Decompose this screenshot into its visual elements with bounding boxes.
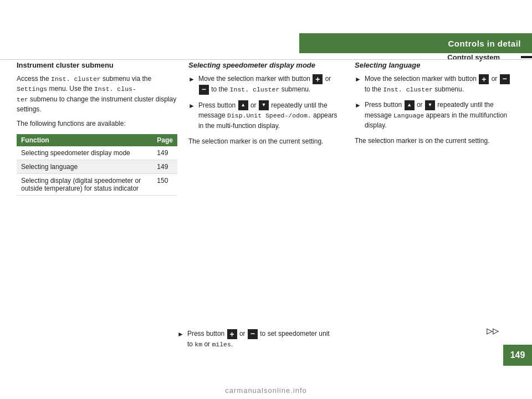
down-btn-icon — [259, 100, 269, 110]
left-heading: Instrument cluster submenu — [17, 61, 177, 69]
mid-bullet-1-text: Move the selection marker with button + … — [198, 74, 344, 95]
mono-language: Language — [393, 112, 424, 119]
bottom-plus-btn: + — [227, 329, 237, 339]
right-up-btn — [405, 100, 415, 110]
main-content: Instrument cluster submenu Access the In… — [17, 61, 515, 355]
mid-selection-text: The selection marker is on the current s… — [188, 136, 344, 146]
page-number: 149 — [510, 350, 525, 360]
table-header-page: Page — [152, 134, 177, 146]
right-minus-btn: − — [500, 74, 510, 84]
mono-settings: Settings — [17, 85, 47, 93]
right-bullet-1: ► Move the selection marker with button … — [355, 74, 515, 94]
left-available: The following functions are available: — [17, 119, 177, 129]
watermark: carmanualsonline.info — [225, 386, 306, 395]
table-cell-page-3: 150 — [152, 173, 177, 195]
mid-bullet-2: ► Press button or repeatedly until the m… — [188, 100, 344, 131]
page-badge: 149 — [503, 345, 532, 366]
mid-bullet-2-text: Press button or repeatedly until the mes… — [198, 100, 344, 131]
right-bullet-2-text: Press button or repeatedly until the mes… — [365, 100, 515, 130]
table-row: Selecting language 149 — [17, 160, 177, 173]
table-row: Selecting speedometer display mode 149 — [17, 146, 177, 160]
table-cell-function-1: Selecting speedometer display mode — [17, 146, 152, 160]
right-bullet-2: ► Press button or repeatedly until the m… — [355, 100, 515, 130]
mono-inst-cluster-right: Inst. cluster — [383, 86, 433, 93]
bottom-bullet-text: Press button + or − to set speedometer u… — [187, 329, 332, 349]
table-cell-function-2: Selecting language — [17, 160, 152, 173]
table-header-function: Function — [17, 134, 152, 146]
bottom-bullet-arrow: ► — [177, 329, 184, 339]
mono-miles: miles — [212, 341, 231, 348]
bottom-bullet: ► Press button + or − to set speedometer… — [177, 329, 332, 349]
functions-table: Function Page Selecting speedometer disp… — [17, 134, 177, 196]
left-column: Instrument cluster submenu Access the In… — [17, 61, 177, 355]
middle-column: Selecting speedometer display mode ► Mov… — [188, 61, 344, 355]
mono-inst-cluster: Inst. cluster — [51, 75, 101, 83]
mono-km: km — [195, 341, 202, 348]
right-column: Selecting language ► Move the selection … — [355, 61, 515, 355]
bullet-arrow-2: ► — [188, 101, 195, 111]
header-title: Controls in detail — [448, 39, 521, 48]
plus-btn-icon: + — [313, 74, 323, 84]
table-cell-page-1: 149 — [152, 146, 177, 160]
right-bullet-arrow-2: ► — [355, 100, 361, 110]
bottom-content-mid: ► Press button + or − to set speedometer… — [177, 329, 332, 355]
right-plus-btn: + — [479, 74, 489, 84]
subheader-line — [0, 59, 532, 60]
bullet-arrow-1: ► — [188, 74, 195, 84]
mono-inst-cluster-mid: Inst. cluster — [230, 86, 280, 93]
right-heading: Selecting language — [355, 61, 515, 69]
subheader-subtitle: Control system — [447, 53, 516, 62]
right-down-btn — [425, 100, 435, 110]
black-tab — [521, 56, 532, 58]
up-btn-icon — [238, 100, 248, 110]
header-bar: Controls in detail — [299, 33, 532, 53]
table-row: Selecting display (digital speedometer o… — [17, 173, 177, 195]
left-intro: Access the Inst. cluster submenu via the… — [17, 74, 177, 114]
right-bullet-1-text: Move the selection marker with button + … — [365, 74, 515, 94]
right-bullet-arrow-1: ► — [355, 74, 361, 84]
bottom-minus-btn: − — [248, 329, 258, 339]
right-selection-text: The selection marker is on the current s… — [355, 136, 515, 146]
table-cell-function-3: Selecting display (digital speedometer o… — [17, 173, 152, 195]
minus-btn-icon: − — [199, 85, 209, 95]
mid-heading: Selecting speedometer display mode — [188, 61, 344, 69]
table-cell-page-2: 149 — [152, 160, 177, 173]
mono-disp-unit: Disp.Unit Speed-/odom. — [227, 112, 311, 119]
mid-bullet-1: ► Move the selection marker with button … — [188, 74, 344, 95]
continuation-symbol: ▷▷ — [487, 326, 499, 335]
